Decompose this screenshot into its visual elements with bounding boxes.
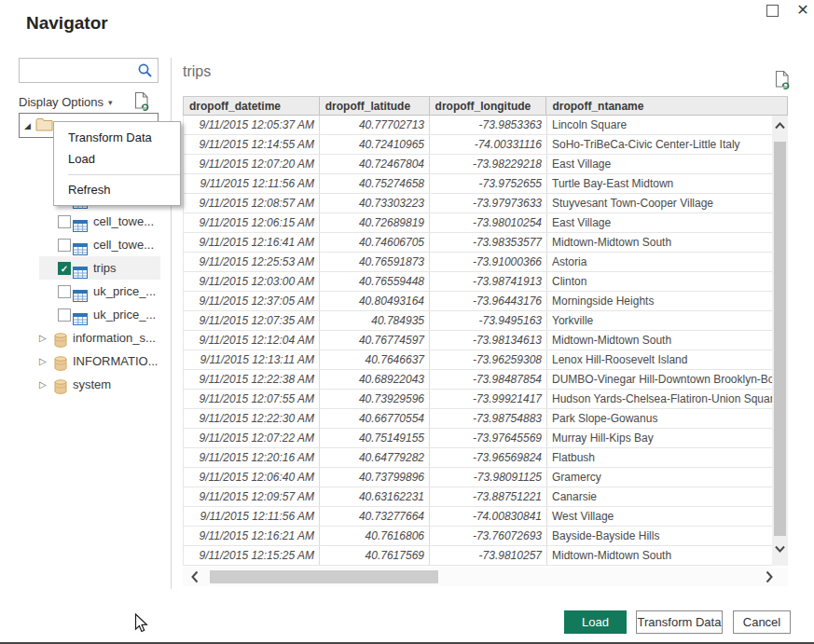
cell-dropoff_datetime: 9/11/2015 12:09:57 AM: [184, 487, 320, 506]
cell-dropoff_ntaname: Lincoln Square: [547, 116, 773, 134]
cell-dropoff_latitude: 40.74606705: [320, 233, 430, 252]
vertical-scrollbar[interactable]: [772, 116, 788, 566]
table-row: 9/11/2015 12:22:30 AM40.66770554-73.9875…: [184, 409, 788, 429]
dialog-title: Navigator: [26, 13, 108, 34]
table-row: 9/11/2015 12:07:20 AM40.72467804-73.9822…: [184, 155, 788, 174]
cell-dropoff_datetime: 9/11/2015 12:12:04 AM: [184, 331, 320, 349]
cell-dropoff_longitude: -73.98091125: [430, 468, 547, 486]
cell-dropoff_latitude: 40.72689819: [320, 213, 430, 232]
cell-dropoff_datetime: 9/11/2015 12:11:56 AM: [184, 507, 320, 526]
cell-dropoff_longitude: -73.9752655: [430, 174, 547, 193]
cell-dropoff_ntaname: Park Slope-Gowanus: [547, 409, 773, 428]
cell-dropoff_datetime: 9/11/2015 12:22:30 AM: [184, 409, 320, 428]
cell-dropoff_latitude: 40.72467804: [320, 155, 430, 173]
cell-dropoff_ntaname: Turtle Bay-East Midtown: [547, 174, 773, 193]
tree-item-cell-towe[interactable]: cell_towe...: [19, 210, 160, 233]
tree-item-information-s[interactable]: ▷information_s...: [19, 326, 160, 349]
close-icon[interactable]: ✕: [793, 0, 812, 21]
cell-dropoff_longitude: -73.97645569: [430, 429, 547, 447]
tree-item-label: cell_towe...: [93, 233, 154, 256]
scroll-left-icon[interactable]: [190, 569, 200, 584]
table-row: 9/11/2015 12:07:55 AM40.73929596-73.9992…: [184, 390, 788, 409]
checkbox-unchecked[interactable]: [58, 308, 71, 322]
cell-dropoff_longitude: -73.96569824: [430, 448, 547, 467]
tree-item-label: INFORMATIO...: [73, 349, 158, 373]
cell-dropoff_ntaname: Clinton: [547, 272, 773, 291]
tree-item-informatio[interactable]: ▷INFORMATIO...: [19, 349, 160, 373]
expanded-triangle-icon[interactable]: ◢: [24, 121, 31, 130]
database-icon: [54, 377, 67, 401]
cell-dropoff_datetime: 9/11/2015 12:03:00 AM: [184, 272, 320, 291]
cell-dropoff_ntaname: Gramercy: [547, 468, 773, 486]
table-header-row: dropoff_datetimedropoff_latitudedropoff_…: [183, 96, 788, 116]
cell-dropoff_ntaname: Midtown-Midtown South: [547, 331, 773, 349]
table-row: 9/11/2015 12:09:57 AM40.63162231-73.8875…: [184, 487, 788, 507]
search-icon: [137, 62, 153, 78]
table-row: 9/11/2015 12:07:22 AM40.75149155-73.9764…: [184, 429, 788, 448]
horizontal-scrollbar-thumb[interactable]: [210, 570, 438, 583]
refresh-table-icon[interactable]: [773, 70, 792, 95]
table-body: 9/11/2015 12:05:37 AM40.77702713-73.9853…: [183, 116, 788, 566]
cell-dropoff_datetime: 9/11/2015 12:06:15 AM: [184, 213, 320, 232]
cell-dropoff_longitude: -73.91000366: [430, 253, 547, 271]
menu-item-load[interactable]: Load: [54, 148, 180, 170]
tree-item-uk-price[interactable]: uk_price_...: [19, 280, 160, 303]
maximize-icon[interactable]: [766, 5, 779, 17]
cell-dropoff_latitude: 40.75149155: [320, 429, 430, 447]
load-button[interactable]: Load: [564, 610, 627, 634]
cell-dropoff_datetime: 9/11/2015 12:11:56 AM: [184, 174, 320, 193]
transform-data-button[interactable]: Transform Data: [636, 610, 723, 634]
checkbox-checked[interactable]: ✓: [58, 262, 71, 275]
display-options-dropdown[interactable]: Display Options▾: [19, 95, 113, 109]
cell-dropoff_longitude: -73.98353577: [430, 233, 547, 252]
menu-item-refresh[interactable]: Refresh: [54, 179, 180, 200]
cancel-button[interactable]: Cancel: [733, 610, 791, 634]
menu-item-transform-data[interactable]: Transform Data: [54, 127, 180, 148]
display-options-label: Display Options: [19, 95, 103, 109]
cell-dropoff_longitude: -73.9495163: [430, 311, 547, 330]
cell-dropoff_ntaname: Midtown-Midtown South: [547, 546, 773, 565]
horizontal-scrollbar[interactable]: [183, 568, 788, 586]
cell-dropoff_datetime: 9/11/2015 12:06:40 AM: [184, 468, 320, 486]
preview-table: dropoff_datetimedropoff_latitudedropoff_…: [183, 96, 788, 566]
table-row: 9/11/2015 12:11:56 AM40.73277664-74.0083…: [184, 507, 788, 527]
cell-dropoff_ntaname: Flatbush: [547, 448, 773, 467]
checkbox-unchecked[interactable]: [58, 285, 71, 298]
scroll-right-icon[interactable]: [765, 569, 774, 584]
column-header-dropoff_latitude: dropoff_latitude: [320, 97, 430, 116]
cell-dropoff_latitude: 40.73277664: [320, 507, 430, 526]
cell-dropoff_latitude: 40.68922043: [320, 370, 430, 389]
tree-item-label: system: [73, 373, 111, 396]
cell-dropoff_datetime: 9/11/2015 12:05:37 AM: [184, 116, 320, 134]
checkbox-unchecked[interactable]: [58, 215, 71, 228]
tree-item-label: uk_price_...: [93, 303, 156, 326]
tree-item-trips[interactable]: ✓trips: [19, 256, 160, 280]
tree-item-system[interactable]: ▷system: [19, 373, 160, 396]
menu-separator: [68, 174, 180, 175]
checkbox-unchecked[interactable]: [58, 239, 71, 252]
cell-dropoff_ntaname: Bayside-Bayside Hills: [547, 527, 773, 545]
table-row: 9/11/2015 12:11:56 AM40.75274658-73.9752…: [184, 174, 788, 194]
tree-item-uk-price[interactable]: uk_price_...: [19, 303, 160, 326]
scroll-down-icon[interactable]: [774, 544, 786, 554]
cell-dropoff_ntaname: Lenox Hill-Roosevelt Island: [547, 350, 773, 369]
cell-dropoff_longitude: -73.99921417: [430, 390, 547, 408]
cell-dropoff_datetime: 9/11/2015 12:16:41 AM: [184, 233, 320, 252]
tree-item-label: information_s...: [73, 326, 156, 349]
scroll-up-icon[interactable]: [774, 121, 786, 130]
cell-dropoff_datetime: 9/11/2015 12:37:05 AM: [184, 292, 320, 310]
cell-dropoff_latitude: 40.784935: [320, 311, 430, 330]
tree-item-label: cell_towe...: [93, 210, 154, 233]
cell-dropoff_ntaname: DUMBO-Vinegar Hill-Downtown Brooklyn-Boe…: [547, 370, 773, 389]
cell-dropoff_ntaname: East Village: [547, 155, 773, 173]
expand-triangle-icon[interactable]: ▷: [39, 326, 47, 349]
table-row: 9/11/2015 12:07:35 AM40.784935-73.949516…: [184, 311, 788, 331]
tree-item-cell-towe[interactable]: cell_towe...: [19, 233, 160, 256]
vertical-scrollbar-thumb[interactable]: [774, 142, 786, 536]
cell-dropoff_longitude: -73.88751221: [430, 487, 547, 506]
cell-dropoff_datetime: 9/11/2015 12:20:16 AM: [184, 448, 320, 467]
cell-dropoff_longitude: -73.9810257: [430, 546, 547, 565]
cell-dropoff_ntaname: Stuyvesant Town-Cooper Village: [547, 194, 773, 212]
expand-triangle-icon[interactable]: ▷: [39, 349, 47, 373]
expand-triangle-icon[interactable]: ▷: [39, 373, 47, 396]
